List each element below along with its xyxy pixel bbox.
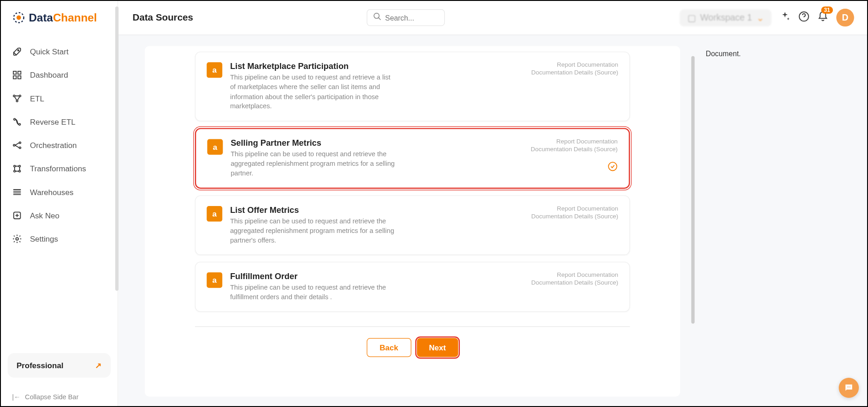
card-title: List Marketplace Participation — [230, 61, 523, 71]
search-icon — [373, 12, 382, 23]
nav-label: Ask Neo — [30, 211, 59, 220]
amazon-icon: a — [207, 139, 223, 154]
svg-rect-5 — [13, 76, 16, 79]
notifications-button[interactable]: 31 — [817, 11, 828, 24]
sidebar-item-orchestration[interactable]: Orchestration — [1, 133, 117, 157]
nav-label: Orchestration — [30, 141, 77, 150]
sidebar-item-etl[interactable]: ETL — [1, 87, 117, 110]
card-desc: This pipeline can be used to request and… — [230, 217, 397, 246]
svg-point-23 — [608, 162, 617, 170]
pipeline-card[interactable]: a List Offer Metrics This pipeline can b… — [195, 195, 630, 255]
ask-neo-icon — [12, 211, 22, 221]
report-doc-link[interactable]: Report Documentation — [556, 138, 618, 145]
svg-point-10 — [14, 118, 16, 120]
svg-point-11 — [19, 123, 21, 125]
external-link-icon: ↗ — [95, 361, 102, 370]
pipeline-card[interactable]: a Fulfillment Order This pipeline can be… — [195, 262, 630, 312]
svg-point-7 — [13, 95, 15, 97]
sidebar-item-dashboard[interactable]: Dashboard — [1, 63, 117, 87]
search-input[interactable] — [367, 9, 445, 26]
gear-icon — [12, 234, 22, 244]
workspace-selector[interactable]: ▢ Workspace 1 ⌄ — [680, 9, 772, 26]
doc-details-link[interactable]: Documentation Details (Source) — [531, 146, 618, 153]
nav-label: Settings — [30, 234, 58, 243]
svg-point-2 — [18, 50, 19, 51]
svg-point-1 — [16, 16, 21, 20]
check-icon — [607, 161, 618, 172]
chat-bubble-button[interactable] — [839, 378, 859, 398]
back-button[interactable]: Back — [367, 338, 411, 357]
report-doc-link[interactable]: Report Documentation — [557, 61, 618, 68]
pipeline-card[interactable]: a Selling Partner Metrics This pipeline … — [195, 128, 630, 189]
logo-text: DataChannel — [29, 11, 97, 24]
report-doc-link[interactable]: Report Documentation — [557, 271, 618, 278]
sidebar-item-transformations[interactable]: Transformations — [1, 157, 117, 180]
plan-label: Professional — [16, 361, 64, 370]
logo-icon — [12, 11, 25, 24]
orchestration-icon — [12, 140, 22, 150]
svg-rect-6 — [18, 76, 21, 79]
svg-point-17 — [14, 170, 16, 172]
svg-point-9 — [16, 100, 18, 102]
briefcase-icon: ▢ — [687, 12, 696, 23]
sidebar-scrollbar[interactable] — [115, 6, 118, 291]
svg-point-15 — [14, 165, 16, 167]
doc-details-link[interactable]: Documentation Details (Source) — [531, 279, 618, 286]
nav-label: Dashboard — [30, 71, 68, 80]
plan-card[interactable]: Professional ↗ — [8, 353, 111, 378]
search-field[interactable] — [385, 13, 436, 21]
doc-details-link[interactable]: Documentation Details (Source) — [531, 212, 618, 219]
card-desc: This pipeline can be used to request and… — [231, 149, 398, 179]
divider — [195, 326, 630, 327]
card-desc: This pipeline can be used to request and… — [230, 73, 397, 111]
amazon-icon: a — [207, 206, 222, 222]
topbar: Data Sources ▢ Workspace 1 ⌄ 31 — [118, 1, 868, 35]
workspace-label: Workspace 1 — [700, 13, 752, 23]
chevron-down-icon: ⌄ — [756, 12, 764, 23]
avatar[interactable]: D — [836, 9, 854, 26]
main: Data Sources ▢ Workspace 1 ⌄ 31 — [118, 1, 868, 407]
wizard-buttons: Back Next — [367, 338, 458, 357]
next-button[interactable]: Next — [417, 338, 458, 357]
svg-point-24 — [847, 386, 848, 387]
svg-point-21 — [374, 13, 379, 18]
collapse-sidebar-button[interactable]: |← Collapse Side Bar — [1, 386, 117, 407]
doc-details-link[interactable]: Documentation Details (Source) — [531, 69, 618, 76]
card-desc: This pipeline can be used to request and… — [230, 283, 397, 302]
nav-label: Transformations — [30, 164, 86, 173]
rocket-icon — [12, 47, 22, 57]
etl-icon — [12, 94, 22, 104]
svg-point-16 — [19, 165, 21, 167]
svg-point-14 — [19, 147, 21, 149]
sidebar-item-settings[interactable]: Settings — [1, 227, 117, 250]
svg-point-18 — [19, 170, 21, 172]
card-title: Fulfillment Order — [230, 271, 523, 281]
reverse-etl-icon — [12, 117, 22, 127]
content-scrollbar[interactable] — [691, 56, 694, 324]
sidebar-item-quick-start[interactable]: Quick Start — [1, 40, 117, 63]
sparkle-icon[interactable] — [779, 11, 790, 24]
collapse-icon: |← — [12, 393, 20, 401]
pipeline-list-panel: a List Marketplace Participation This pi… — [145, 46, 680, 396]
sidebar-item-warehouses[interactable]: Warehouses — [1, 180, 117, 204]
logo[interactable]: DataChannel — [1, 1, 117, 37]
svg-point-13 — [19, 142, 21, 144]
svg-rect-4 — [18, 71, 21, 74]
amazon-icon: a — [207, 272, 222, 288]
page-title: Data Sources — [133, 12, 211, 23]
nav: Quick Start Dashboard ETL Reverse ETL Or… — [1, 37, 117, 353]
svg-rect-3 — [13, 71, 16, 74]
card-title: List Offer Metrics — [230, 205, 523, 214]
right-panel: Document. — [706, 46, 823, 396]
svg-point-20 — [16, 238, 18, 240]
amazon-icon: a — [207, 62, 222, 78]
svg-point-26 — [850, 386, 851, 387]
pipeline-card[interactable]: a List Marketplace Participation This pi… — [195, 52, 630, 121]
help-icon[interactable] — [799, 11, 809, 24]
svg-point-12 — [13, 144, 15, 146]
report-doc-link[interactable]: Report Documentation — [557, 205, 618, 211]
nav-label: ETL — [30, 94, 44, 103]
sidebar-item-reverse-etl[interactable]: Reverse ETL — [1, 110, 117, 133]
sidebar-item-ask-neo[interactable]: Ask Neo — [1, 204, 117, 227]
transformations-icon — [12, 164, 22, 174]
